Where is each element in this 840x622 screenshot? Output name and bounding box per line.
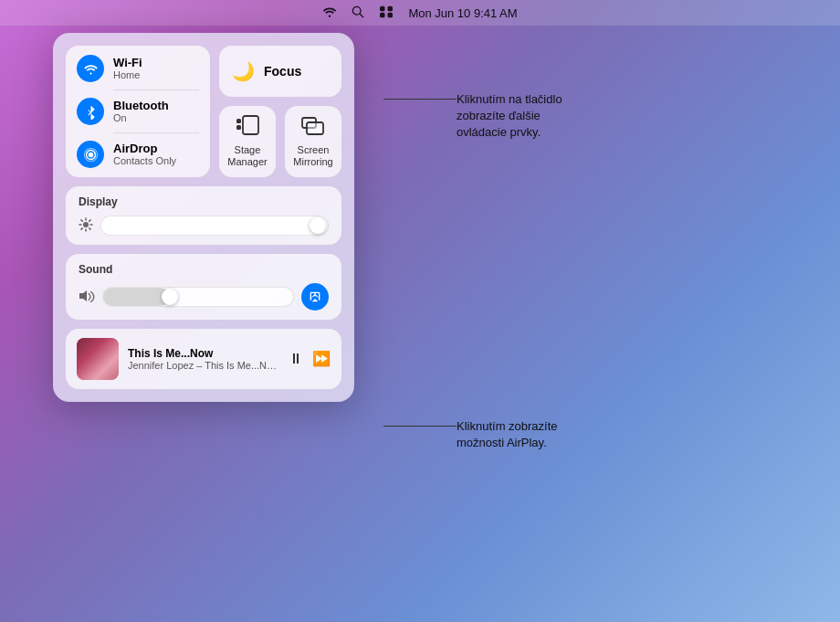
svg-rect-2 [380,5,384,10]
wifi-text: Wi-Fi Home [113,56,142,82]
volume-icon [79,290,95,305]
svg-point-14 [83,222,89,227]
track-title: This Is Me...Now [128,347,279,360]
display-title: Display [79,195,329,208]
control-center-panel: Wi-Fi Home Bluetooth On [53,33,354,402]
sound-title: Sound [79,263,329,276]
wifi-icon-wrap [77,55,104,82]
airplay-button[interactable] [301,283,329,311]
track-artist: Jennifer Lopez – This Is Me...Now [128,360,279,371]
bluetooth-text: Bluetooth On [113,99,169,125]
brightness-thumb[interactable] [310,217,326,234]
svg-rect-11 [236,125,241,130]
bluetooth-icon [83,104,99,120]
control-center-menubar-icon[interactable] [379,5,394,21]
bluetooth-item[interactable]: Bluetooth On [77,98,199,125]
bluetooth-subtitle: On [113,112,169,124]
airdrop-subtitle: Contacts Only [113,155,176,167]
stage-manager-icon [236,115,259,139]
sound-slider-row [79,283,329,311]
svg-rect-4 [380,12,384,16]
focus-tile[interactable]: 🌙 Focus [219,46,341,97]
sound-section: Sound [66,254,341,320]
airdrop-item[interactable]: AirDrop Contacts Only [77,141,199,168]
next-button[interactable]: ⏩ [312,352,331,366]
wifi-menubar-icon[interactable] [322,5,337,21]
screen-mirroring-icon [301,115,325,139]
wifi-item[interactable]: Wi-Fi Home [77,55,199,82]
playback-controls: ⏸ ⏩ [289,352,331,366]
svg-line-22 [81,227,82,228]
svg-point-6 [88,152,93,157]
svg-line-19 [81,219,82,220]
svg-marker-23 [79,290,87,301]
menubar-clock: Mon Jun 10 9:41 AM [408,6,517,20]
bluetooth-title: Bluetooth [113,99,169,113]
svg-line-21 [89,219,90,220]
airplay-icon [308,290,322,304]
display-section: Display [66,186,341,245]
annotation-line-2 [383,426,457,427]
track-info: This Is Me...Now Jennifer Lopez – This I… [128,347,279,371]
svg-line-20 [89,227,90,228]
wifi-icon [83,61,99,77]
svg-rect-3 [388,5,393,10]
airdrop-title: AirDrop [113,142,176,156]
conn-divider-2 [113,132,199,133]
airplay-tip-text: Kliknutím zobrazítemožnosti AirPlay. [457,418,558,451]
now-playing-tile[interactable]: This Is Me...Now Jennifer Lopez – This I… [66,329,341,389]
screen-mirroring-label: ScreenMirroring [293,144,332,168]
bottom-tiles-row: StageManager ScreenMirroring [219,106,341,177]
svg-line-1 [361,14,364,17]
brightness-slider[interactable] [100,216,329,236]
focus-moon-icon: 🌙 [232,62,255,80]
screen-mirroring-tile[interactable]: ScreenMirroring [285,106,341,177]
menubar: Mon Jun 10 9:41 AM [0,0,840,26]
display-slider-row [79,216,329,236]
svg-rect-5 [388,12,393,16]
svg-rect-9 [243,116,258,134]
focus-annotation: Kliknutím na tlačidlozobrazíte ďalšieovl… [383,91,562,142]
stage-manager-tile[interactable]: StageManager [219,106,276,177]
conn-divider-1 [113,90,199,90]
album-art-image [77,338,119,380]
annotation-line-1 [383,99,457,100]
focus-tip-text: Kliknutím na tlačidlozobrazíte ďalšieovl… [457,91,562,142]
airdrop-icon [83,147,99,163]
connectivity-tile: Wi-Fi Home Bluetooth On [66,46,210,177]
wifi-title: Wi-Fi [113,56,142,70]
search-menubar-icon[interactable] [352,5,364,21]
wifi-subtitle: Home [113,69,142,81]
bluetooth-icon-wrap [77,98,104,125]
brightness-icon [79,217,93,235]
pause-button[interactable]: ⏸ [289,352,303,366]
airdrop-text: AirDrop Contacts Only [113,142,176,168]
album-art [77,338,119,380]
focus-label: Focus [264,64,301,79]
volume-slider[interactable] [102,287,294,307]
svg-rect-13 [307,122,323,134]
right-tiles: 🌙 Focus StageManager [219,46,341,177]
cc-top-row: Wi-Fi Home Bluetooth On [66,46,341,177]
stage-manager-label: StageManager [227,144,267,168]
airdrop-icon-wrap [77,141,104,168]
airplay-annotation: Kliknutím zobrazítemožnosti AirPlay. [383,418,558,451]
svg-rect-10 [236,119,241,123]
volume-thumb[interactable] [162,289,178,305]
